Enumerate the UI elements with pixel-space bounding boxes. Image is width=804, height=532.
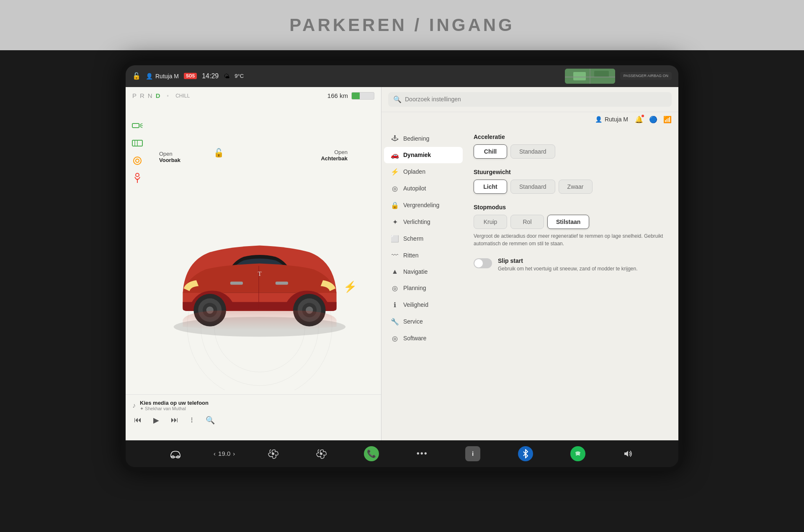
- play-button[interactable]: ▶: [153, 416, 159, 425]
- info-icon: i: [465, 446, 480, 461]
- notification-icon[interactable]: 🔔: [635, 116, 643, 123]
- menu-item-ritten[interactable]: 〰 Ritten: [384, 247, 463, 263]
- next-button[interactable]: ⏭: [171, 416, 178, 424]
- media-artist: ✦ Shekhar van Muthal: [140, 406, 209, 411]
- menu-item-planning[interactable]: ◎ Planning: [384, 280, 463, 296]
- settings-detail: Acceleratie Chill Standaard Stuurgewicht…: [465, 127, 678, 440]
- menu-item-software[interactable]: ◎ Software: [384, 330, 463, 347]
- taskbar-phone-button[interactable]: 📞: [359, 443, 384, 465]
- lock-icon: 🔓: [132, 72, 141, 80]
- separator: ◦: [167, 93, 169, 99]
- opladen-icon: ⚡: [391, 168, 399, 176]
- menu-item-veiligheid[interactable]: ℹ Veiligheid: [384, 297, 463, 313]
- menu-item-verlichting[interactable]: ✦ Verlichting: [384, 214, 463, 230]
- wifi-icon: 📶: [663, 116, 672, 123]
- menu-label-service: Service: [403, 318, 423, 325]
- stuurgewicht-section: Stuurgewicht Licht Standaard Zwaar: [474, 169, 670, 194]
- stopmodus-title: Stopmodus: [474, 204, 670, 211]
- menu-label-opladen: Opladen: [403, 168, 425, 175]
- settings-content: 🕹 Bediening 🚗 Dynamiek ⚡ Opladen ◎: [381, 127, 678, 440]
- screen-inner: 🔓 👤 Rutuja M SOS 14:29 🌤 9°C PASSENGER A…: [126, 65, 678, 467]
- user-bar-icons: 🔔 🔵 📶: [635, 116, 672, 123]
- taskbar-spotify-button[interactable]: [565, 443, 590, 465]
- svg-text:T: T: [258, 270, 261, 277]
- vergrendeling-icon: 🔒: [391, 201, 399, 209]
- temperature: 9°C: [234, 73, 244, 79]
- clock: 14:29: [202, 72, 219, 80]
- user-avatar-icon: 👤: [595, 116, 602, 123]
- taskbar-car-button[interactable]: [165, 446, 186, 462]
- stuurgewicht-zwaar-button[interactable]: Zwaar: [559, 180, 593, 194]
- menu-item-navigatie[interactable]: ▲ Navigatie: [384, 264, 463, 280]
- weather-icon: 🌤: [224, 73, 229, 80]
- bediening-icon: 🕹: [391, 135, 399, 142]
- search-input[interactable]: [405, 96, 667, 103]
- temp-left-arrow[interactable]: ‹: [214, 450, 216, 457]
- stopmodus-kruip-button[interactable]: Kruip: [474, 215, 507, 229]
- stopmodus-buttons: Kruip Rol Stilstaan: [474, 215, 670, 229]
- svg-point-35: [272, 452, 274, 455]
- svg-rect-30: [276, 281, 288, 285]
- service-icon: 🔧: [391, 318, 399, 326]
- seatbelt-icon: [131, 173, 143, 183]
- stuurgewicht-buttons: Licht Standaard Zwaar: [474, 180, 670, 194]
- stopmodus-stilstaan-button[interactable]: Stilstaan: [547, 215, 589, 229]
- menu-label-bediening: Bediening: [403, 135, 429, 142]
- taskbar-volume-button[interactable]: [618, 446, 639, 462]
- menu-item-scherm[interactable]: ⬜ Scherm: [384, 231, 463, 247]
- svg-point-13: [136, 159, 139, 162]
- stuurgewicht-licht-button[interactable]: Licht: [474, 180, 507, 194]
- car-status-bar: P R N D ◦ CHILL 166 km: [126, 87, 381, 103]
- bluetooth-icon[interactable]: 🔵: [649, 116, 657, 123]
- menu-label-scherm: Scherm: [403, 235, 423, 242]
- menu-item-autopilot[interactable]: ◎ Autopilot: [384, 180, 463, 197]
- slip-start-toggle[interactable]: [474, 258, 492, 268]
- taskbar-fan2-button[interactable]: [311, 445, 332, 463]
- user-icon: 👤: [146, 73, 153, 80]
- range-display: 166 km: [327, 92, 374, 100]
- menu-item-bediening[interactable]: 🕹 Bediening: [384, 131, 463, 146]
- equalizer-button[interactable]: ⫶: [190, 416, 194, 424]
- menu-item-dynamiek[interactable]: 🚗 Dynamiek: [384, 147, 463, 163]
- media-text: Kies media op uw telefoon ✦ Shekhar van …: [140, 400, 209, 411]
- stopmodus-rol-button[interactable]: Rol: [510, 215, 544, 229]
- taskbar-info-button[interactable]: i: [460, 443, 485, 465]
- taskbar-temperature-display: ‹ 19.0 ›: [214, 450, 235, 457]
- search-wrapper[interactable]: 🔍: [388, 92, 672, 107]
- menu-label-software: Software: [403, 335, 426, 342]
- temp-right-arrow[interactable]: ›: [233, 450, 235, 457]
- svg-text:⚡: ⚡: [343, 280, 357, 293]
- menu-item-opladen[interactable]: ⚡ Opladen: [384, 164, 463, 180]
- taskbar-fan1-button[interactable]: [263, 445, 283, 463]
- slip-start-section: Slip start Gebruik om het voertuig uit s…: [474, 257, 670, 272]
- search-media-button[interactable]: 🔍: [206, 416, 215, 425]
- prev-button[interactable]: ⏮: [134, 416, 142, 424]
- acceleratie-chill-button[interactable]: Chill: [474, 144, 507, 159]
- tire-icon: [131, 156, 143, 166]
- user-bar: 👤 Rutuja M 🔔 🔵 📶: [381, 112, 678, 127]
- notification-dot: [642, 115, 644, 117]
- slip-start-description: Gebruik om het voertuig uit sneeuw, zand…: [498, 265, 638, 272]
- spotify-icon: [570, 446, 585, 461]
- taskbar-bluetooth-button[interactable]: [513, 443, 538, 465]
- svg-point-12: [134, 157, 141, 164]
- slip-start-row: Slip start Gebruik om het voertuig uit s…: [474, 257, 670, 272]
- stuurgewicht-standaard-button[interactable]: Standaard: [510, 180, 555, 194]
- verlichting-icon: ✦: [391, 218, 399, 226]
- menu-item-service[interactable]: 🔧 Service: [384, 314, 463, 330]
- menu-label-autopilot: Autopilot: [403, 185, 426, 192]
- music-icon: ♪: [132, 402, 136, 409]
- acceleratie-standaard-button[interactable]: Standaard: [510, 144, 555, 159]
- menu-item-vergrendeling[interactable]: 🔒 Vergrendeling: [384, 197, 463, 213]
- slip-start-text: Slip start Gebruik om het voertuig uit s…: [498, 257, 638, 272]
- more-dots-icon: •••: [417, 449, 428, 458]
- media-info: ♪ Kies media op uw telefoon ✦ Shekhar va…: [132, 400, 374, 411]
- media-title: Kies media op uw telefoon: [140, 400, 209, 406]
- planning-icon: ◎: [391, 284, 399, 292]
- acceleratie-title: Acceleratie: [474, 134, 670, 140]
- navigatie-icon: ▲: [391, 268, 399, 275]
- taskbar: ‹ 19.0 › 📞 •••: [126, 440, 678, 467]
- taskbar-more-button[interactable]: •••: [412, 445, 433, 462]
- menu-label-navigatie: Navigatie: [403, 268, 428, 275]
- range-value: 166 km: [327, 92, 348, 99]
